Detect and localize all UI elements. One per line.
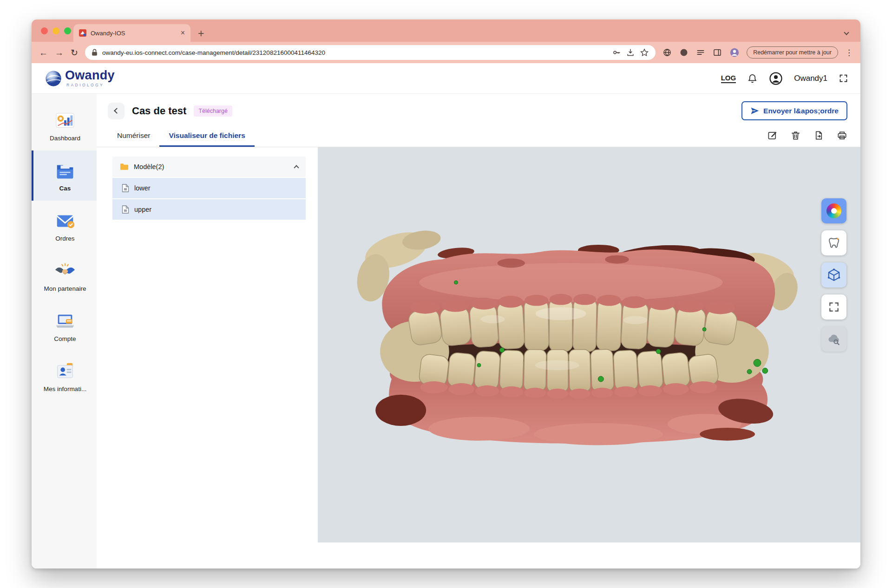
reading-list-extension-icon[interactable]: [696, 48, 705, 57]
side-panel-extension-icon[interactable]: [713, 48, 722, 57]
tab-numeriser[interactable]: Numériser: [108, 124, 159, 147]
browser-menu-icon[interactable]: ⋮: [845, 48, 853, 58]
cloud-download-icon: [827, 332, 841, 346]
file-row-upper[interactable]: upper: [112, 199, 306, 220]
lock-icon: [92, 49, 98, 56]
tooth-icon: [827, 236, 841, 250]
notification-bell-icon[interactable]: [747, 73, 758, 84]
chevron-left-icon: [114, 108, 120, 114]
viewer-toolbar: [821, 198, 846, 352]
account-laptop-icon: [54, 310, 76, 332]
sidebar-item-dashboard[interactable]: Dashboard: [32, 100, 97, 150]
tree-folder-header[interactable]: Modèle(2): [112, 157, 306, 177]
case-header: Cas de test Téléchargé Envoyer l&apos;or…: [97, 94, 860, 124]
print-icon[interactable]: [837, 130, 847, 141]
logo-text: Owandy: [65, 69, 115, 82]
browser-tab-strip: Owandy-IOS × +: [32, 20, 860, 42]
3d-viewer[interactable]: [318, 147, 860, 542]
globe-extension-icon[interactable]: [662, 48, 672, 57]
export-file-icon[interactable]: [813, 130, 824, 141]
bookmark-star-icon[interactable]: [640, 48, 649, 57]
partner-handshake-icon: [54, 260, 76, 281]
tab-favicon-icon: [79, 29, 86, 37]
sidebar-item-ordres[interactable]: Ordres: [32, 201, 97, 251]
profile-avatar-icon[interactable]: [729, 47, 740, 58]
forward-icon[interactable]: →: [55, 48, 64, 57]
window-controls: [41, 27, 71, 34]
back-icon[interactable]: ←: [39, 48, 48, 57]
dental-3d-model[interactable]: [341, 205, 801, 461]
case-folder-icon: [54, 160, 76, 181]
username-label[interactable]: Owandy1: [794, 74, 827, 83]
browser-window: Owandy-IOS × + ← → ↻ owandy-eu.ios-conne…: [32, 20, 860, 568]
sidebar-label: Cas: [59, 185, 71, 192]
sidebar-label: Ordres: [55, 235, 74, 242]
folder-label: Modèle(2): [134, 163, 164, 170]
url-text: owandy-eu.ios-connect.com/case-managemen…: [102, 49, 607, 56]
send-order-label: Envoyer l&apos;ordre: [763, 107, 839, 115]
file-tree-panel: Modèle(2) lower: [97, 147, 318, 542]
send-order-button[interactable]: Envoyer l&apos;ordre: [741, 101, 847, 120]
file-name: upper: [134, 206, 151, 213]
owandy-logo[interactable]: Owandy RADIOLOGY: [44, 69, 115, 88]
update-browser-button[interactable]: Redémarrer pour mettre à jour: [747, 46, 838, 59]
tooth-shade-button[interactable]: [821, 230, 846, 255]
paper-plane-icon: [750, 106, 759, 115]
tab-search-chevron-icon[interactable]: [845, 28, 848, 36]
cube-3d-button[interactable]: [821, 262, 846, 287]
app-page: Owandy RADIOLOGY LOG Owandy1: [32, 63, 860, 568]
sidebar-item-cas[interactable]: Cas: [32, 150, 97, 201]
new-tab-button[interactable]: +: [198, 28, 204, 39]
status-badge: Téléchargé: [194, 105, 232, 117]
back-button[interactable]: [108, 103, 125, 119]
sidebar-item-mes-informations[interactable]: Mes informati...: [32, 351, 97, 401]
sidebar-item-mon-partenaire[interactable]: Mon partenaire: [32, 251, 97, 301]
folder-icon: [120, 163, 129, 170]
model-file-icon: [122, 184, 129, 192]
download-icon[interactable]: [626, 48, 635, 57]
zoom-window-button[interactable]: [64, 27, 71, 34]
minimize-window-button[interactable]: [52, 27, 59, 34]
fullscreen-icon[interactable]: [839, 73, 848, 83]
sidebar: Dashboard Cas: [32, 94, 97, 568]
sidebar-label: Mon partenaire: [44, 285, 86, 292]
cube-3d-icon: [827, 268, 841, 282]
close-window-button[interactable]: [41, 27, 48, 34]
color-wheel-button[interactable]: [821, 198, 846, 223]
sidebar-item-compte[interactable]: Compte: [32, 301, 97, 351]
sidebar-label: Mes informati...: [44, 385, 86, 392]
edit-note-icon[interactable]: [767, 130, 778, 141]
tab-title: Owandy-IOS: [91, 30, 177, 37]
expand-icon: [828, 301, 840, 313]
case-title: Cas de test: [132, 105, 186, 117]
password-key-icon[interactable]: [612, 48, 621, 57]
browser-toolbar: ← → ↻ owandy-eu.ios-connect.com/case-man…: [32, 42, 860, 63]
tabs-row: Numériser Visualiseur de fichiers: [97, 124, 860, 147]
orders-envelope-icon: [54, 210, 76, 231]
color-wheel-icon: [826, 203, 841, 218]
app-header: Owandy RADIOLOGY LOG Owandy1: [32, 63, 860, 94]
my-info-card-icon: [54, 360, 76, 382]
dashboard-icon: [54, 110, 76, 131]
reload-icon[interactable]: ↻: [71, 48, 78, 57]
owandy-sphere-icon: [44, 69, 63, 88]
file-name: lower: [134, 184, 151, 192]
viewer-fullscreen-button[interactable]: [821, 294, 846, 320]
extension-icons: [662, 47, 740, 58]
browser-tab[interactable]: Owandy-IOS ×: [73, 24, 190, 42]
sidebar-label: Compte: [54, 335, 76, 342]
sidebar-label: Dashboard: [50, 135, 80, 142]
chevron-up-icon: [294, 165, 299, 170]
file-row-lower[interactable]: lower: [112, 178, 306, 198]
log-link[interactable]: LOG: [721, 74, 736, 83]
pinwheel-extension-icon[interactable]: [679, 48, 689, 57]
address-bar[interactable]: owandy-eu.ios-connect.com/case-managemen…: [85, 45, 656, 60]
tab-close-icon[interactable]: ×: [181, 29, 185, 37]
tab-visualiseur[interactable]: Visualiseur de fichiers: [159, 124, 254, 147]
cloud-download-button[interactable]: [821, 327, 846, 352]
user-avatar-icon[interactable]: [769, 72, 783, 85]
delete-trash-icon[interactable]: [790, 130, 801, 141]
model-file-icon: [122, 205, 129, 214]
logo-subtext: RADIOLOGY: [66, 83, 115, 87]
